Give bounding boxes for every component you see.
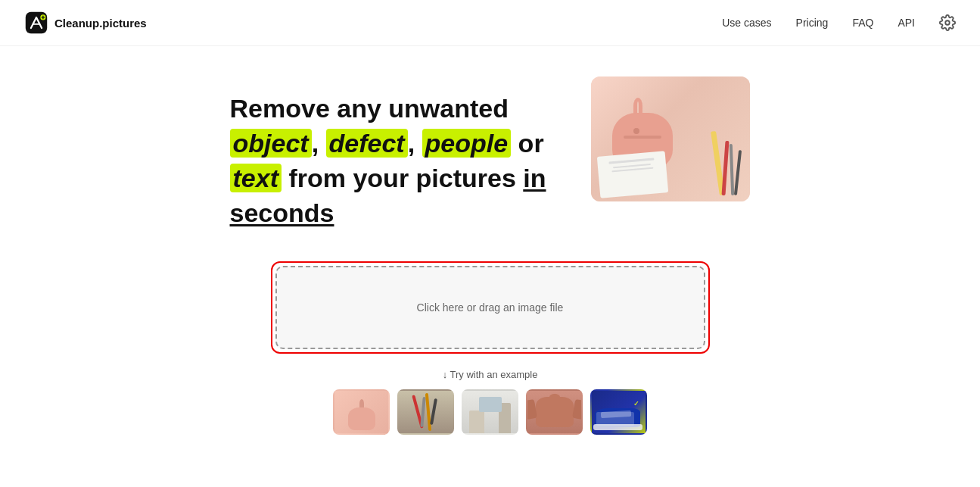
highlight-text: text <box>230 164 282 192</box>
upload-label: Click here or drag an image file <box>417 301 564 314</box>
example-thumb-2[interactable] <box>397 389 454 435</box>
settings-icon[interactable] <box>939 14 956 31</box>
svg-point-5 <box>945 20 950 25</box>
nav-api[interactable]: API <box>898 17 915 29</box>
logo-text: Cleanup.pictures <box>54 17 147 30</box>
hero-title-prefix: Remove any unwanted <box>230 94 509 123</box>
upload-dropzone[interactable]: Click here or drag an image file <box>275 266 705 349</box>
desk-items <box>715 131 739 195</box>
highlight-object: object <box>230 129 312 158</box>
highlight-defect: defect <box>326 129 408 158</box>
header: Cleanup.pictures Use cases Pricing FAQ A… <box>0 0 980 46</box>
nav-faq[interactable]: FAQ <box>852 17 873 29</box>
highlight-people: people <box>422 129 512 158</box>
logo[interactable]: Cleanup.pictures <box>24 11 147 35</box>
example-thumb-1[interactable] <box>333 389 390 435</box>
example-thumbnails: ✓ <box>333 389 647 435</box>
paper-decoration <box>597 151 668 198</box>
hero-text: Remove any unwanted object, defect, peop… <box>230 76 546 231</box>
example-thumb-5[interactable]: ✓ <box>590 389 647 435</box>
hero-image-inner <box>591 76 750 201</box>
nav-pricing[interactable]: Pricing <box>796 17 829 29</box>
upload-outer-border: Click here or drag an image file <box>271 261 710 354</box>
main-nav: Use cases Pricing FAQ API <box>722 14 956 31</box>
logo-icon <box>24 11 48 35</box>
hero-section: Remove any unwanted object, defect, peop… <box>230 76 751 231</box>
upload-section: Click here or drag an image file <box>271 261 710 354</box>
try-label-text: ↓ Try with an example <box>443 369 538 380</box>
main-content: Remove any unwanted object, defect, peop… <box>0 46 980 435</box>
nav-use-cases[interactable]: Use cases <box>722 17 771 29</box>
try-example-section: ↓ Try with an example <box>333 369 647 435</box>
example-thumb-4[interactable] <box>526 389 583 435</box>
example-thumb-3[interactable] <box>462 389 518 435</box>
hero-title: Remove any unwanted object, defect, peop… <box>230 92 546 231</box>
try-label: ↓ Try with an example <box>443 369 538 380</box>
hero-image <box>591 76 750 201</box>
